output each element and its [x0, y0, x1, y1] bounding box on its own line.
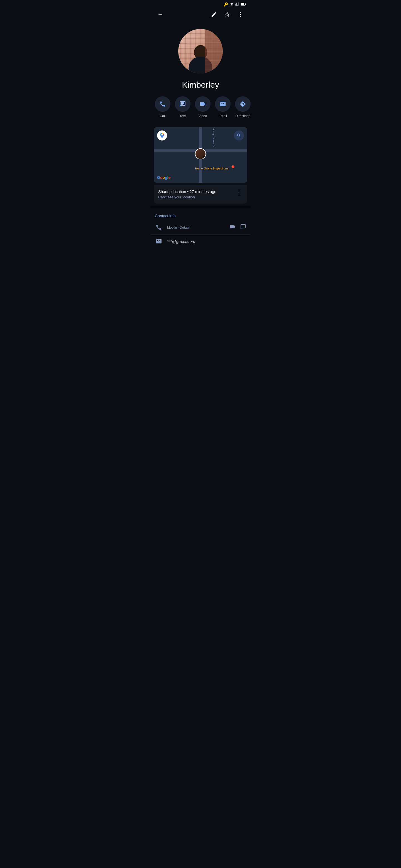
- action-email[interactable]: Email: [213, 96, 233, 119]
- video-icon: [199, 101, 206, 107]
- call-label: Call: [160, 114, 166, 119]
- sharing-status: Sharing location • 27 minutes ago: [158, 189, 217, 194]
- key-icon: 🔑: [223, 2, 228, 7]
- video-call-button[interactable]: [229, 224, 236, 231]
- action-video[interactable]: Video: [193, 96, 213, 119]
- phone-actions: [229, 224, 246, 231]
- email-address: ***@gmail.com: [167, 239, 246, 244]
- edit-button[interactable]: [208, 9, 220, 20]
- contact-map-avatar: [195, 148, 206, 159]
- star-button[interactable]: [222, 9, 233, 20]
- edit-icon: [211, 11, 217, 18]
- contact-name: Kimberley: [150, 78, 251, 95]
- star-icon: [224, 11, 230, 18]
- back-arrow-icon: ←: [157, 11, 164, 18]
- text-label: Text: [180, 114, 186, 119]
- directions-label: Directions: [235, 114, 250, 119]
- video-button[interactable]: [195, 96, 210, 112]
- map-poi-label: Heine Drone Inspections: [195, 167, 228, 170]
- action-call[interactable]: Call: [152, 96, 173, 119]
- google-logo: Google: [157, 175, 170, 180]
- email-icon: [220, 101, 226, 107]
- action-row: Call Text Video Email: [150, 95, 251, 125]
- top-bar: ←: [150, 8, 251, 23]
- battery-icon: [240, 2, 246, 7]
- status-icons: 🔑: [223, 2, 246, 7]
- email-info: ***@gmail.com: [167, 239, 246, 244]
- avatar: [178, 29, 223, 73]
- avatar-section: [150, 23, 251, 78]
- wifi-icon: [229, 2, 234, 7]
- video-call-icon: [229, 224, 236, 230]
- svg-point-6: [240, 16, 241, 17]
- top-bar-left: ←: [155, 9, 166, 20]
- top-bar-right: [208, 9, 246, 20]
- location-more-button[interactable]: ⋮: [235, 189, 243, 195]
- location-sharing-card: Sharing location • 27 minutes ago Can't …: [154, 185, 247, 204]
- more-options-icon: [237, 11, 244, 18]
- signal-icon: [235, 2, 239, 7]
- map-background: Durango Green Dr Heine Drone Inspections…: [154, 127, 247, 183]
- map-card[interactable]: Durango Green Dr Heine Drone Inspections…: [154, 127, 247, 183]
- phone-row-icon: [155, 224, 163, 230]
- email-detail-icon: [155, 238, 162, 245]
- directions-icon: [239, 101, 246, 107]
- status-bar: 🔑: [150, 0, 251, 8]
- email-row: ***@gmail.com: [150, 235, 251, 248]
- back-button[interactable]: ←: [155, 9, 166, 20]
- location-visibility: Can't see your location: [158, 195, 217, 199]
- contact-info-header: Contact info: [150, 208, 251, 220]
- phone-type: Mobile · Default: [167, 226, 225, 229]
- directions-button[interactable]: [235, 96, 251, 112]
- map-pin-icon: 📍: [229, 165, 236, 172]
- action-directions[interactable]: Directions: [233, 96, 251, 119]
- phone-info: Mobile · Default: [167, 225, 225, 229]
- video-label: Video: [199, 114, 207, 119]
- email-button[interactable]: [215, 96, 231, 112]
- map-road-label: Durango Green Dr: [212, 127, 215, 147]
- google-maps-icon: [157, 130, 167, 141]
- location-text: Sharing location • 27 minutes ago Can't …: [158, 189, 217, 199]
- phone-icon: [155, 224, 162, 230]
- email-label: Email: [219, 114, 227, 119]
- message-icon: [240, 224, 246, 230]
- svg-point-5: [240, 14, 241, 15]
- text-icon: [179, 101, 186, 107]
- email-row-icon: [155, 238, 163, 245]
- phone-row: Mobile · Default: [150, 220, 251, 235]
- map-overflow-button[interactable]: [234, 130, 244, 141]
- avatar-image: [178, 29, 223, 73]
- map-poi: Heine Drone Inspections 📍: [195, 165, 236, 172]
- section-divider: [150, 206, 251, 208]
- send-message-button[interactable]: [240, 224, 246, 231]
- svg-rect-2: [246, 4, 246, 5]
- call-button[interactable]: [155, 96, 170, 112]
- svg-rect-3: [241, 3, 244, 5]
- svg-point-4: [240, 12, 241, 13]
- svg-point-8: [161, 134, 163, 136]
- call-icon: [159, 101, 166, 107]
- text-button[interactable]: [175, 96, 191, 112]
- action-text[interactable]: Text: [173, 96, 193, 119]
- more-options-button[interactable]: [235, 9, 246, 20]
